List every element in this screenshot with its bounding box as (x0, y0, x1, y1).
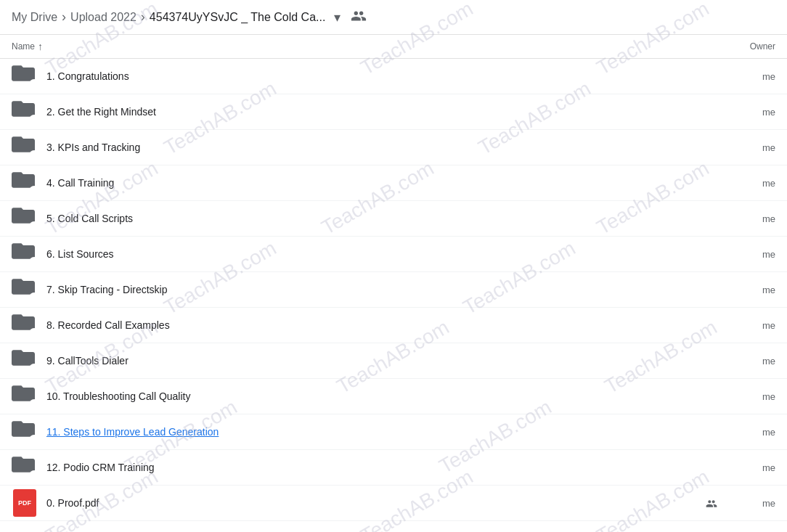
file-owner: me (717, 356, 775, 367)
file-icon-3 (12, 170, 38, 196)
breadcrumb: My Drive › Upload 2022 › 454374UyYSvJC _… (0, 0, 787, 35)
file-owner: me (717, 320, 775, 331)
sort-arrow: ↑ (38, 41, 43, 52)
file-icon-4 (12, 205, 38, 232)
list-item[interactable]: PDF 0. Proof.pdf me (0, 486, 787, 521)
col-name-label: Name (12, 41, 35, 52)
folder-shared-icon (12, 383, 38, 409)
file-name: 6. List Sources (46, 248, 717, 260)
list-item[interactable]: 11. Steps to Improve Lead Generation me (0, 414, 787, 450)
file-name: 8. Recorded Call Examples (46, 319, 717, 331)
file-icon-2 (12, 134, 38, 160)
file-owner: me (717, 427, 775, 438)
file-owner: me (717, 142, 775, 153)
breadcrumb-upload-2022[interactable]: Upload 2022 (70, 11, 136, 24)
folder-menu-button[interactable]: ▾ (331, 9, 343, 25)
file-icon-8 (12, 348, 38, 374)
folder-shared-icon (12, 63, 38, 89)
file-name: 3. KPIs and Tracking (46, 142, 717, 153)
file-name: 11. Steps to Improve Lead Generation (46, 426, 717, 438)
list-item[interactable]: 10. Troubleshooting Call Quality me (0, 379, 787, 414)
list-item[interactable]: 5. Cold Call Scripts me (0, 201, 787, 237)
folder-shared-icon (12, 277, 38, 303)
shared-person-badge (29, 79, 39, 89)
list-item[interactable]: 8. Recorded Call Examples me (0, 308, 787, 343)
file-owner: me (717, 107, 775, 118)
shared-person-badge (29, 435, 39, 445)
folder-shared-icon (12, 205, 38, 232)
list-item[interactable]: 6. List Sources me (0, 237, 787, 272)
file-list: 1. Congratulations me 2. Get the Right M… (0, 59, 787, 521)
shared-person-badge (29, 186, 39, 196)
list-item[interactable]: 4. Call Training me (0, 165, 787, 201)
file-icon-5 (12, 241, 38, 267)
list-item[interactable]: 7. Skip Tracing - Directskip me (0, 272, 787, 308)
list-item[interactable]: 2. Get the Right Mindset me (0, 94, 787, 130)
people-icon (351, 8, 367, 24)
col-owner-header: Owner (717, 41, 775, 52)
file-owner: me (717, 462, 775, 473)
list-item[interactable]: 1. Congratulations me (0, 59, 787, 94)
shared-person-badge (29, 364, 39, 374)
folder-shared-icon (12, 348, 38, 374)
file-name: 4. Call Training (46, 177, 717, 189)
folder-shared-icon (12, 454, 38, 480)
folder-shared-icon (12, 241, 38, 267)
pdf-file-icon: PDF (13, 489, 36, 517)
file-name: 5. Cold Call Scripts (46, 213, 717, 224)
file-icon-12: PDF (12, 490, 38, 516)
shared-person-badge (29, 328, 39, 338)
col-name-header[interactable]: Name ↑ (12, 41, 717, 52)
list-item[interactable]: 3. KPIs and Tracking me (0, 130, 787, 165)
shared-person-badge (29, 257, 39, 267)
folder-shared-icon (12, 99, 38, 125)
shared-person-badge (29, 470, 39, 480)
table-header: Name ↑ Owner (0, 35, 787, 59)
file-owner: me (717, 285, 775, 295)
shared-person-badge (29, 292, 39, 303)
file-owner: me (717, 249, 775, 260)
shared-person-badge (29, 221, 39, 232)
file-name: 2. Get the Right Mindset (46, 106, 717, 118)
file-icon-7 (12, 312, 38, 338)
pdf-shared-icon (706, 496, 717, 510)
file-name: 7. Skip Tracing - Directskip (46, 284, 717, 295)
file-icon-0 (12, 63, 38, 89)
file-owner: me (717, 178, 775, 189)
shared-person-badge (29, 150, 39, 160)
file-owner: me (717, 213, 775, 224)
breadcrumb-actions: ▾ (331, 7, 370, 28)
file-icon-9 (12, 383, 38, 409)
breadcrumb-sep-1: › (62, 9, 66, 25)
list-item[interactable]: 12. Podio CRM Training me (0, 450, 787, 486)
breadcrumb-sep-2: › (141, 9, 145, 25)
list-item[interactable]: 9. CallTools Dialer me (0, 343, 787, 379)
file-name: 10. Troubleshooting Call Quality (46, 390, 717, 402)
folder-shared-icon (12, 419, 38, 445)
share-folder-button[interactable] (348, 7, 370, 28)
file-name: 1. Congratulations (46, 70, 717, 82)
file-name: 0. Proof.pdf (46, 497, 700, 509)
file-owner: me (717, 498, 775, 509)
file-owner: me (717, 391, 775, 402)
file-name: 9. CallTools Dialer (46, 355, 717, 367)
folder-shared-icon (12, 170, 38, 196)
shared-person-badge (29, 115, 39, 125)
folder-shared-icon (12, 312, 38, 338)
file-owner: me (717, 71, 775, 82)
breadcrumb-current-folder: 454374UyYSvJC _ The Cold Ca... (150, 11, 326, 24)
breadcrumb-my-drive[interactable]: My Drive (12, 11, 57, 24)
file-icon-1 (12, 99, 38, 125)
file-icon-6 (12, 277, 38, 303)
file-icon-10 (12, 419, 38, 445)
file-icon-11 (12, 454, 38, 480)
folder-shared-icon (12, 134, 38, 160)
file-name: 12. Podio CRM Training (46, 462, 717, 473)
shared-person-badge (29, 399, 39, 409)
